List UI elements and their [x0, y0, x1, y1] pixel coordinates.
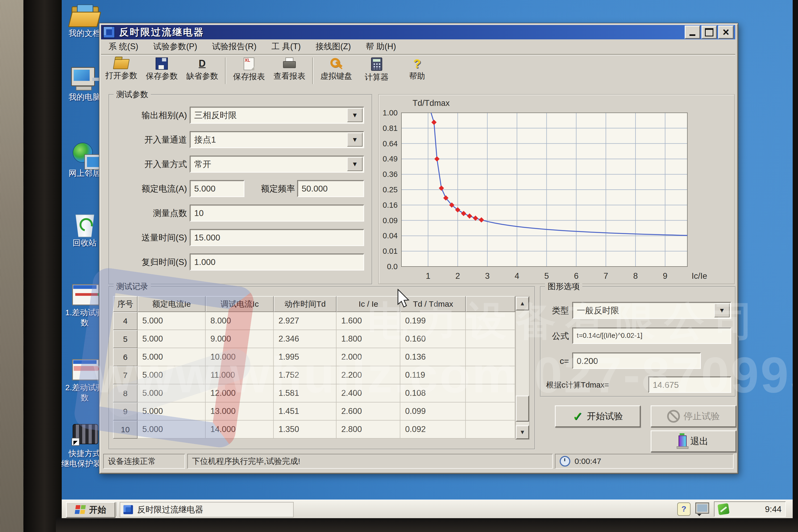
- toolbar-button-查看报表[interactable]: 查看报表: [269, 55, 310, 88]
- table-cell: 12.000: [206, 384, 274, 402]
- scroll-down-icon: ▼: [519, 429, 525, 435]
- menu-item-2[interactable]: 试验参数(P): [146, 39, 205, 54]
- param-combo-1[interactable]: 三相反时限▼: [190, 107, 364, 124]
- param-combo-arrow-3[interactable]: ▼: [347, 157, 363, 171]
- param-combo-arrow-1[interactable]: ▼: [347, 108, 363, 122]
- toolbar-button-虚拟键盘[interactable]: 虚拟键盘: [316, 55, 357, 88]
- column-header-额定电流Ie: 额定电流Ie: [137, 296, 206, 312]
- toolbar-button-打开参数[interactable]: 打开参数: [101, 55, 141, 88]
- stop-test-button[interactable]: 停止试验: [651, 405, 736, 427]
- c-label: c=: [546, 353, 569, 369]
- records-scrollbar-down-button[interactable]: ▼: [516, 425, 529, 439]
- table-cell: [466, 348, 515, 366]
- x-tick-label: 7: [604, 271, 608, 281]
- formula-field[interactable]: t=0.14c/[(I/Ie)^0.02-1]: [572, 327, 731, 344]
- scroll-up-icon: ▲: [519, 300, 525, 307]
- param-extra-input-4[interactable]: 50.000: [297, 180, 364, 197]
- minimize-button[interactable]: [685, 25, 700, 39]
- y-tick-label: 0.0: [387, 262, 398, 271]
- table-cell: 1.350: [274, 421, 337, 439]
- minimize-icon: [689, 34, 695, 36]
- start-button[interactable]: 开始: [66, 502, 115, 518]
- status-device-text: 设备连接正常: [108, 454, 156, 468]
- diff-test-data-2-icon: [70, 357, 99, 382]
- param-input-5[interactable]: 10: [190, 205, 364, 222]
- tray-clock[interactable]: 9:44: [765, 504, 781, 514]
- table-cell: 2.400: [337, 384, 400, 402]
- table-row[interactable]: 65.00010.0001.9952.0000.136: [113, 348, 515, 366]
- table-row[interactable]: 55.0009.0002.3461.8000.160: [113, 330, 515, 348]
- toolbar-button-label: 计算器: [365, 72, 388, 83]
- records-scrollbar-up-button[interactable]: ▲: [516, 297, 529, 310]
- table-row[interactable]: 85.00012.0001.5812.4000.108: [113, 384, 515, 402]
- column-header-Td / Tdmax: Td / Tdmax: [400, 296, 466, 312]
- close-button[interactable]: ×: [718, 25, 734, 39]
- table-cell: 5.000: [137, 330, 206, 348]
- table-cell: 8.000: [206, 312, 274, 330]
- menu-item-5[interactable]: 接线图(Z): [308, 39, 359, 54]
- x-axis-label: Ic/Ie: [691, 271, 707, 281]
- param-input-6[interactable]: 15.000: [190, 229, 364, 246]
- y-tick-label: 0.01: [383, 247, 398, 255]
- records-table: 序号额定电流Ie调试电流Ic动作时间TdIc / IeTd / Tdmax45.…: [113, 296, 515, 439]
- table-row[interactable]: 95.00013.0001.4512.6000.099: [113, 402, 515, 421]
- taskbar-task-button[interactable]: 反时限过流继电器: [120, 502, 294, 517]
- x-tick-label: 1: [426, 271, 431, 281]
- titlebar[interactable]: 反时限过流继电器 ×: [101, 25, 735, 39]
- tray-help-icon[interactable]: ?: [677, 502, 690, 516]
- toolbar-button-保存报表[interactable]: XL保存报表: [229, 55, 269, 88]
- tdmax-field[interactable]: 14.675: [648, 376, 731, 393]
- app-icon: [103, 26, 115, 38]
- toolbar-button-帮助[interactable]: ?帮助: [397, 55, 437, 88]
- exit-button[interactable]: 退出: [651, 431, 736, 452]
- param-input-7[interactable]: 1.000: [190, 253, 364, 270]
- table-row[interactable]: 75.00011.0001.7522.2000.119: [113, 366, 515, 384]
- table-cell: 1.995: [274, 348, 337, 366]
- test-params-group: 测试参数 输出相别(A)三相反时限▼开入量通道接点1▼开入量方式常开▼额定电流(…: [109, 94, 373, 285]
- printer-icon: [283, 57, 296, 70]
- type-combo-arrow[interactable]: ▼: [714, 304, 730, 317]
- row-header: 5: [113, 330, 137, 348]
- menu-item-6[interactable]: 帮 助(H): [358, 39, 403, 54]
- menu-item-4[interactable]: 工 具(T): [264, 39, 308, 54]
- tray-display-icon[interactable]: [695, 502, 709, 514]
- table-row[interactable]: 105.00014.0001.3502.8000.092: [113, 421, 515, 439]
- y-tick-label: 0.36: [383, 170, 398, 178]
- param-label-4: 额定电流(A): [117, 180, 187, 197]
- y-tick-label: 1.00: [383, 109, 398, 117]
- records-scrollbar[interactable]: ▲ ▼: [515, 296, 530, 440]
- param-combo-2[interactable]: 接点1▼: [190, 131, 364, 148]
- my-documents-icon: [70, 3, 99, 28]
- status-elapsed-text: 0:00:47: [574, 454, 601, 468]
- virtual-keyboard-icon: [329, 57, 343, 70]
- maximize-button[interactable]: [701, 25, 717, 39]
- td-tdmax-chart: 1.000.810.640.490.360.250.160.090.040.01…: [379, 95, 733, 283]
- recycle-bin-icon: [70, 212, 99, 238]
- toolbar-button-计算器[interactable]: 计算器: [357, 55, 397, 88]
- c-field[interactable]: 0.200: [572, 353, 701, 369]
- graph-options-group-title: 图形选项: [545, 281, 582, 292]
- records-scrollbar-thumb[interactable]: [516, 396, 529, 422]
- x-tick-label: 4: [515, 271, 519, 281]
- help-icon: ?: [410, 57, 424, 70]
- start-test-button[interactable]: ✓ 开始试验: [555, 405, 641, 427]
- toolbar-button-保存参数[interactable]: 保存参数: [141, 55, 182, 88]
- chart-title: Td/Tdmax: [413, 98, 450, 108]
- tray-green-icon[interactable]: [717, 503, 729, 515]
- table-cell: 5.000: [137, 348, 206, 366]
- maximize-icon: [705, 28, 714, 36]
- toolbar-button-缺省参数[interactable]: D缺省参数: [182, 55, 222, 88]
- menu-item-3[interactable]: 试验报告(R): [205, 39, 264, 54]
- toolbar-separator: [225, 57, 226, 84]
- param-combo-3[interactable]: 常开▼: [190, 156, 364, 173]
- type-combo[interactable]: 一般反时限 ▼: [572, 302, 731, 319]
- table-cell: 0.108: [400, 384, 466, 402]
- toolbar-button-label: 查看报表: [273, 71, 305, 82]
- table-cell: 1.451: [274, 402, 337, 421]
- menu-item-1[interactable]: 系 统(S): [101, 39, 146, 54]
- param-input-4[interactable]: 5.000: [190, 180, 244, 197]
- table-row[interactable]: 45.0008.0002.9271.6000.199: [113, 312, 515, 330]
- x-tick-label: 6: [574, 271, 578, 281]
- table-cell: 5.000: [137, 366, 206, 384]
- param-combo-arrow-2[interactable]: ▼: [347, 133, 363, 147]
